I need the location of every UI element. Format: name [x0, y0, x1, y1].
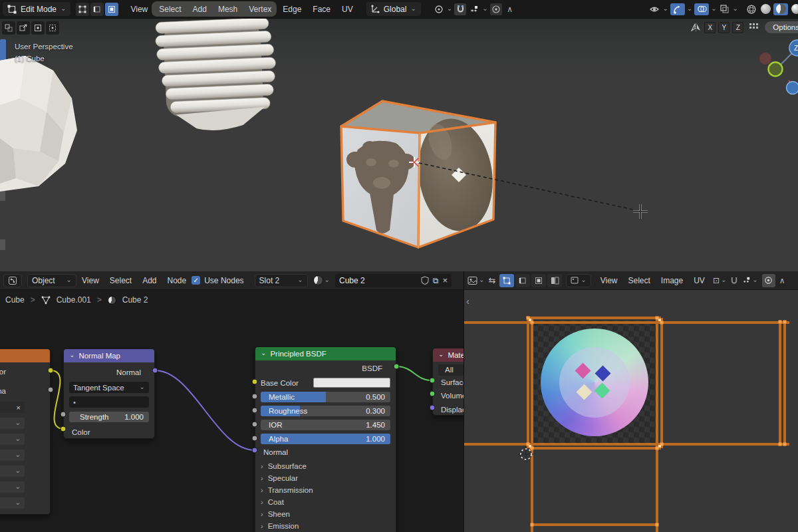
breadcrumb-mesh[interactable]: Cube.001: [57, 295, 91, 305]
uv-proportional-toggle[interactable]: [762, 274, 775, 287]
roughness-slider[interactable]: Roughness 0.300: [261, 406, 390, 416]
normal-space-dropdown[interactable]: Tangent Space ⌄: [69, 382, 149, 393]
use-nodes-checkbox[interactable]: ✓: [192, 276, 200, 285]
shader-mode-dropdown[interactable]: Object ⌄: [27, 274, 76, 287]
transform-orientation-dropdown[interactable]: Global ⌄: [366, 2, 421, 16]
navigation-gizmo[interactable]: Z: [759, 40, 798, 94]
alpha-slider[interactable]: Alpha 1.000: [261, 434, 390, 444]
uv-menu-uv[interactable]: UV: [694, 276, 705, 285]
ior-slider[interactable]: IOR 1.450: [261, 420, 390, 430]
uv-sync-icon[interactable]: ⇆: [488, 275, 495, 285]
menu-vertex[interactable]: Vertex: [249, 5, 271, 14]
uv-face-select-button[interactable]: [531, 274, 546, 287]
image-colorspace-dropdown[interactable]: ⌄: [0, 481, 25, 493]
shading-solid-button[interactable]: [759, 3, 771, 15]
section-transmission[interactable]: › Transmission: [261, 484, 390, 496]
shading-rendered-button[interactable]: [790, 3, 798, 15]
menu-face[interactable]: Face: [313, 5, 331, 14]
mirror-z-button[interactable]: Z: [732, 22, 743, 33]
surface-socket[interactable]: [430, 378, 436, 384]
uv-falloff-icon[interactable]: ∧: [779, 276, 785, 285]
shader-menu-add[interactable]: Add: [142, 276, 156, 285]
principled-node-header[interactable]: ⌄ Principled BSDF: [255, 347, 396, 360]
options-dropdown[interactable]: Options: [765, 21, 798, 33]
metallic-socket[interactable]: [252, 394, 258, 400]
uv-edges[interactable]: [464, 318, 789, 532]
uv-menu-view[interactable]: View: [600, 276, 618, 285]
uv-editor-area[interactable]: ‹: [464, 290, 798, 532]
chevron-down-icon[interactable]: ⌄: [482, 5, 487, 12]
shader-editor-type-button[interactable]: [3, 274, 22, 287]
shader-menu-select[interactable]: Select: [110, 276, 132, 285]
normalmap-strength-socket[interactable]: [61, 412, 66, 418]
unlink-material-icon[interactable]: ×: [442, 275, 448, 285]
xray-corners-button[interactable]: [719, 3, 731, 15]
material-output-header[interactable]: ⌄ Material Output: [433, 348, 464, 362]
uv-menu-image[interactable]: Image: [661, 276, 683, 285]
roughness-socket[interactable]: [252, 408, 258, 414]
displacement-socket[interactable]: [430, 405, 436, 411]
collapse-chevron-icon[interactable]: ⌄: [261, 350, 266, 356]
snap-grid-icon[interactable]: [749, 23, 759, 32]
3d-viewport[interactable]: Z User Perspective (1) Cube: [0, 18, 798, 271]
menu-add[interactable]: Add: [193, 5, 207, 14]
uv-island-select-button[interactable]: [547, 274, 562, 287]
collapse-chevron-icon[interactable]: ⌄: [438, 351, 444, 358]
menu-view[interactable]: View: [130, 5, 148, 14]
snap-target-dropdown[interactable]: [468, 3, 480, 15]
menu-uv[interactable]: UV: [342, 5, 353, 14]
screw-object[interactable]: [155, 19, 279, 133]
uv-vertex-select-button[interactable]: [499, 274, 514, 287]
section-sheen[interactable]: › Sheen: [261, 508, 390, 520]
chevron-down-icon[interactable]: ⌄: [447, 5, 452, 12]
tool-overlay-cursor-icon[interactable]: [17, 21, 30, 35]
section-subsurface[interactable]: › Subsurface: [261, 460, 390, 472]
tool-overlay-select-icon[interactable]: [2, 21, 15, 35]
gizmos-toggle[interactable]: [670, 3, 685, 15]
base-color-socket[interactable]: [252, 379, 258, 385]
gizmo-x-axis[interactable]: [759, 53, 771, 65]
chevron-down-icon[interactable]: ⌄: [687, 5, 692, 12]
base-color-swatch[interactable]: [313, 378, 390, 388]
face-select-button[interactable]: [105, 3, 118, 16]
image-projection-dropdown[interactable]: ⌄: [0, 434, 25, 445]
uv-edge-select-button[interactable]: [515, 274, 530, 287]
uv-map-field[interactable]: •: [69, 396, 149, 408]
cube-object[interactable]: [341, 101, 499, 247]
tool-overlay-face-icon[interactable]: [31, 21, 45, 35]
normalmap-normal-output-socket[interactable]: [152, 368, 158, 374]
image-alpha-socket[interactable]: [48, 387, 54, 393]
output-target-dropdown[interactable]: All: [438, 364, 464, 376]
shading-wireframe-button[interactable]: [745, 3, 757, 15]
section-emission[interactable]: › Emission: [261, 520, 390, 532]
vertex-select-button[interactable]: [76, 3, 89, 16]
overlays-toggle[interactable]: [694, 3, 709, 15]
section-specular[interactable]: › Specular: [261, 472, 390, 484]
use-nodes-toggle[interactable]: ✓ Use Nodes: [192, 276, 243, 285]
breadcrumb-material[interactable]: Cube 2: [122, 295, 148, 305]
chevron-down-icon[interactable]: ⌄: [711, 5, 716, 12]
edge-select-button[interactable]: [90, 3, 104, 16]
material-name-value[interactable]: Cube 2: [339, 276, 417, 285]
shading-material-button[interactable]: [773, 3, 788, 15]
proportional-falloff-dropdown[interactable]: ∧: [504, 3, 516, 15]
shader-menu-node[interactable]: Node: [168, 276, 187, 285]
toolbar-sliver-1[interactable]: [0, 190, 5, 201]
uv-snap-target-dropdown[interactable]: ⌄: [742, 276, 757, 285]
normal-map-node-header[interactable]: ⌄ Normal Map: [64, 349, 154, 362]
shader-menu-view[interactable]: View: [82, 276, 99, 285]
breadcrumb-object[interactable]: Cube: [5, 295, 25, 305]
image-extension-dropdown[interactable]: ⌄: [0, 450, 25, 461]
uv-pivot-dropdown[interactable]: ⊡ ⌄: [713, 276, 726, 285]
menu-select[interactable]: Select: [159, 5, 181, 14]
principled-normal-socket[interactable]: [252, 448, 258, 454]
volume-socket[interactable]: [430, 391, 436, 397]
gizmo-y-axis[interactable]: [769, 63, 783, 76]
image-texture-node[interactable]: Color Alpha × ⌄ ⌄ ⌄ ⌄ ⌄ ⌄: [0, 348, 51, 515]
mirror-y-button[interactable]: Y: [718, 22, 730, 33]
pivot-point-dropdown[interactable]: [433, 3, 445, 15]
section-coat[interactable]: › Coat: [261, 496, 390, 508]
tool-overlay-grid-icon[interactable]: [46, 21, 59, 35]
mode-selector[interactable]: Edit Mode ⌄: [3, 2, 70, 16]
snap-magnet-toggle[interactable]: [454, 3, 466, 15]
